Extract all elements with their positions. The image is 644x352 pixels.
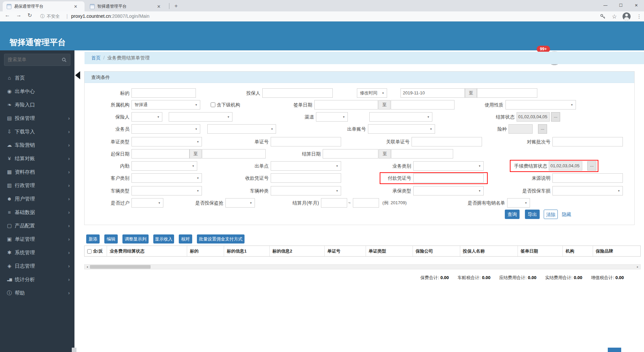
sidebar-item-base-data[interactable]: ≡基础数据› [0, 206, 74, 219]
sidebar-item-statistics[interactable]: ▂▆统计分析› [0, 273, 74, 286]
doc-type-select[interactable] [131, 137, 202, 146]
sidebar-item-admin[interactable]: ▥行政管理› [0, 179, 74, 192]
start-date-from-input[interactable] [131, 149, 190, 159]
sidebar-item-auto-marketing[interactable]: ☁车险营销› [0, 138, 74, 152]
org-select[interactable]: 智择通 [131, 100, 200, 109]
insurer-select-1[interactable] [131, 112, 162, 122]
underwrite-type-select[interactable] [413, 186, 484, 195]
sidebar-item-system[interactable]: ✱系统管理› [0, 246, 74, 259]
show-income-button[interactable]: 显示收入 [153, 234, 174, 244]
insurer-select-2[interactable] [169, 112, 232, 122]
scrollbar-thumb[interactable] [90, 265, 151, 269]
sidebar-item-archive[interactable]: ▦资料存档› [0, 165, 74, 179]
sidebar-item-cert-mgmt[interactable]: ▣单证管理› [0, 232, 74, 246]
sidebar-item-download-import[interactable]: ⇩下载导入› [0, 125, 74, 138]
settle-month-to-input[interactable] [353, 198, 379, 208]
modify-date-from-input[interactable]: 2019-11-10 [400, 88, 465, 98]
settle-date-from-input[interactable] [323, 149, 378, 159]
batch-commission-button[interactable]: 批量设置佣金支付方式 [197, 234, 245, 244]
back-icon[interactable]: ← [5, 12, 10, 18]
internal-staff-select[interactable] [131, 161, 197, 171]
browser-tab-1[interactable]: 易保通管理平台 ✕ [3, 1, 85, 11]
menu-dots-icon[interactable]: ⋮ [637, 13, 642, 19]
sign-date-to-input[interactable] [391, 100, 454, 109]
notification-badge[interactable]: 99+ [537, 46, 550, 52]
telemarket-select[interactable] [507, 198, 530, 208]
key-icon[interactable] [600, 13, 606, 19]
receipt-no-input[interactable] [271, 173, 341, 183]
fee-settle-status-more-button[interactable]: ... [587, 161, 596, 171]
payment-no-input[interactable] [413, 173, 484, 183]
channel-select-1[interactable] [316, 112, 348, 122]
browser-profile-avatar[interactable] [623, 12, 631, 20]
export-button[interactable]: 导出 [525, 210, 540, 219]
settle-status-more-button[interactable]: ... [551, 112, 560, 122]
reconcile-batch-input[interactable] [552, 137, 623, 146]
channel-select-2[interactable] [369, 112, 432, 122]
insure-theft-select[interactable] [225, 198, 255, 208]
sidebar-search-input[interactable] [4, 54, 58, 65]
settle-date-to-input[interactable] [391, 149, 453, 159]
fee-settle-status-value[interactable]: 01,02,03,04,05 [549, 161, 582, 171]
insure-damage-select[interactable] [552, 186, 623, 195]
refresh-icon[interactable]: ↻ [28, 12, 32, 18]
minimize-icon[interactable]: — [598, 0, 613, 11]
sidebar-item-home[interactable]: ⌂首页 [0, 71, 74, 85]
hide-link[interactable]: 隐藏 [562, 210, 571, 219]
sign-date-from-input[interactable] [314, 100, 378, 109]
sidebar-item-life-entry[interactable]: ❧寿险入口 [0, 98, 74, 112]
search-button[interactable]: 查询 [505, 210, 520, 219]
risk-type-value[interactable] [508, 124, 533, 134]
sidebar-item-users[interactable]: ☻用户管理› [0, 192, 74, 206]
usage-select[interactable] [505, 100, 576, 109]
sidebar-item-settlement[interactable]: ¥结算对账› [0, 152, 74, 165]
applicant-input[interactable] [262, 88, 333, 98]
edit-button[interactable]: 编辑 [104, 234, 118, 244]
add-button[interactable]: 新添 [86, 234, 100, 244]
sidebar-item-logs[interactable]: ◈日志管理› [0, 259, 74, 273]
scroll-right-icon[interactable]: ▸ [635, 265, 640, 269]
source-note-input[interactable] [552, 173, 623, 183]
sidebar-collapse-arrow-icon[interactable] [75, 71, 80, 79]
include-sub-org-checkbox[interactable] [211, 102, 215, 107]
sidebar-item-issue-center[interactable]: ◉出单中心 [0, 85, 74, 98]
bookmark-star-icon[interactable]: ☆ [612, 13, 617, 20]
doc-no-input[interactable] [271, 137, 341, 146]
breadcrumb-home-link[interactable]: 首页 [91, 55, 101, 60]
maximize-icon[interactable]: ☐ [613, 0, 629, 11]
select-all-checkbox[interactable] [87, 249, 92, 254]
new-tab-button[interactable]: + [172, 2, 180, 10]
adjust-columns-button[interactable]: 调整显示列 [122, 234, 149, 244]
settle-month-from-input[interactable] [321, 198, 347, 208]
related-doc-no-input[interactable] [412, 137, 482, 146]
address-text[interactable]: proxy1.countnet.cn:20807/Login/Main [71, 13, 150, 19]
issue-point-select[interactable] [271, 161, 341, 171]
sidebar-item-help[interactable]: ⓘ帮助› [0, 286, 74, 300]
date-type-select[interactable]: 修改时间 [357, 88, 387, 98]
settle-status-value[interactable]: 01,02,03,04,05 [517, 112, 550, 122]
salesman-select-2[interactable] [207, 124, 276, 134]
search-icon[interactable] [62, 57, 67, 62]
close-icon[interactable]: ✕ [629, 0, 644, 11]
biz-category-select[interactable] [413, 161, 484, 171]
start-date-to-input[interactable] [202, 149, 266, 159]
vehicle-kind-select[interactable] [271, 186, 341, 195]
browser-tab-2[interactable]: 智择通管理平台 ✕ [86, 1, 168, 11]
vehicle-type-select[interactable] [131, 186, 202, 195]
tab-close-icon[interactable]: ✕ [74, 4, 77, 9]
sidebar-item-policy-mgmt[interactable]: ▤投保管理› [0, 112, 74, 125]
customer-category-select[interactable] [131, 173, 202, 183]
salesman-select-1[interactable] [131, 124, 200, 134]
security-indicator[interactable]: ⓘ 不安全 [40, 13, 60, 19]
verify-button[interactable]: 核对 [179, 234, 192, 244]
tab-close-icon[interactable]: ✕ [157, 4, 161, 9]
clear-button[interactable]: 清除 [544, 210, 558, 219]
scroll-left-icon[interactable]: ◂ [85, 265, 90, 269]
issue-account-select[interactable] [368, 124, 435, 134]
risk-type-more-button[interactable]: ... [538, 124, 547, 134]
forward-icon[interactable]: → [16, 12, 21, 18]
subject-input[interactable] [131, 88, 196, 98]
transfer-select[interactable] [131, 198, 163, 208]
sidebar-item-product-config[interactable]: ▢产品配置› [0, 219, 74, 232]
modify-date-to-input[interactable] [477, 88, 537, 98]
